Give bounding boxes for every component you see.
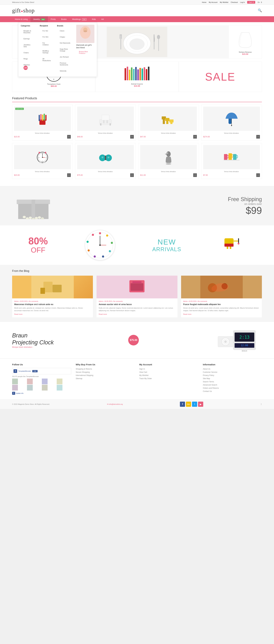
account-my-wishlist[interactable]: My Wishlist xyxy=(139,374,198,376)
info-about-us[interactable]: About Us xyxy=(203,368,262,370)
products-grid-row2: 12 3 6 9 Versus Ierta stresalue. $23.00 … xyxy=(12,143,262,179)
cart-button[interactable]: Cart: 0 xyxy=(247,1,255,4)
language-selector[interactable]: En xyxy=(258,1,260,3)
nav-item-home-living[interactable]: Home & Living xyxy=(12,16,30,22)
scroll-to-top[interactable]: ↑ xyxy=(261,403,262,406)
product-price-4: $274.00 xyxy=(203,136,210,138)
mega-cat-bangles[interactable]: Bangles & Bracelets xyxy=(21,28,37,35)
nav-my-account[interactable]: My Account xyxy=(209,1,217,3)
account-track-order[interactable]: Track My Order xyxy=(139,378,198,380)
nav-checkout[interactable]: Checkout xyxy=(231,1,238,3)
add-cart-4[interactable]: + xyxy=(256,135,260,138)
add-cart-1[interactable]: + xyxy=(67,135,71,138)
blog-title-2: Aenean auctor wisi et urna lacus xyxy=(99,303,175,306)
product-label-7: Versus Ierta stresalue. xyxy=(140,171,197,172)
mega-brand-clogau[interactable]: Clogau xyxy=(57,34,73,40)
svg-point-94 xyxy=(238,243,240,244)
mega-cat-earrings[interactable]: Earrings xyxy=(21,36,37,42)
nav-item-weddings[interactable]: Weddings Sale xyxy=(69,16,89,22)
blog-post-2: Admin • 18.05.2015 • No comments Aenean … xyxy=(97,276,177,317)
account-sign-in[interactable]: Sign In xyxy=(139,368,198,370)
mega-brand-clizen[interactable]: Clizen xyxy=(57,28,73,34)
mega-col-recipient: Recipient For Her For Him For Children M… xyxy=(40,25,54,74)
currency-selector[interactable]: $ xyxy=(261,1,262,3)
why-sitemap[interactable]: Sitemap xyxy=(76,378,135,380)
add-cart-6[interactable]: + xyxy=(130,173,134,177)
blog-post-3: Admin • 18.05.2015 • No comments Fusce f… xyxy=(181,276,262,317)
mega-browse-link[interactable]: Browse More Products › xyxy=(76,49,94,56)
blog-excerpt-2: Nulla orci est, placerat magna. Donec eu… xyxy=(99,307,175,312)
logo[interactable]: gift❤shop xyxy=(12,7,35,14)
thumb-4 xyxy=(57,378,62,384)
read-more-3[interactable]: Read more xyxy=(183,313,191,315)
welcome-text: Welcome to Our Online Store! xyxy=(12,1,34,3)
mega-brand-hugo-boss[interactable]: Hugo Boss Orange xyxy=(57,46,73,54)
mega-brand-precious[interactable]: Precious Sentiments xyxy=(57,60,73,68)
svg-rect-24 xyxy=(44,114,45,120)
nav-home[interactable]: Home xyxy=(202,1,206,3)
info-site-map[interactable]: Site Map xyxy=(203,378,262,380)
nav-item-jewelry[interactable]: Jewelry New xyxy=(30,16,48,22)
product-price-8: $7.00 xyxy=(203,174,208,176)
svg-rect-25 xyxy=(45,115,46,121)
info-orders-returns[interactable]: Orders and Returns xyxy=(203,387,262,389)
add-cart-2[interactable]: + xyxy=(130,135,134,138)
mega-brand-hot-diamonds[interactable]: Hot Diamonds xyxy=(57,40,73,46)
info-search-terms[interactable]: Search Terms xyxy=(203,381,262,383)
add-cart-7[interactable]: + xyxy=(193,173,197,177)
mega-rec-him[interactable]: For Him xyxy=(40,34,54,40)
svg-point-81 xyxy=(94,256,96,258)
footer-thumbnails xyxy=(12,378,71,390)
mega-rec-her[interactable]: For Her xyxy=(40,28,54,34)
svg-text:2:13: 2:13 xyxy=(239,335,250,340)
social-twitter[interactable]: t xyxy=(192,402,197,407)
info-customer-service[interactable]: Customer Service xyxy=(203,371,262,373)
mega-brand-jon-richard[interactable]: Jon Richard xyxy=(57,54,73,60)
svg-rect-12 xyxy=(120,34,121,50)
footer-email: ✉ info@demolink.org xyxy=(107,403,123,405)
info-privacy-policy[interactable]: Privacy Policy xyxy=(203,374,262,376)
svg-rect-14 xyxy=(121,34,122,39)
mega-cat-jewellery-sets[interactable]: Jewellery Sets xyxy=(21,42,37,49)
nav-log-in[interactable]: Log In xyxy=(240,1,245,3)
svg-point-60 xyxy=(167,153,168,154)
why-international-shipping[interactable]: International Shipping xyxy=(76,374,135,376)
mega-cat-rings[interactable]: Rings xyxy=(21,56,37,62)
hero-right-product: Nertpoe Berpoua $15.50 xyxy=(229,25,262,58)
email-icon: ✉ xyxy=(107,403,108,405)
nav-item-books[interactable]: Books xyxy=(58,16,69,22)
fb-like-btn[interactable]: Like xyxy=(32,370,37,372)
mega-cat-watches[interactable]: Watches -25% xyxy=(21,62,37,72)
product-price-row-8: $7.00 + xyxy=(203,173,260,177)
nav-my-wishlist[interactable]: My Wishlist xyxy=(220,1,228,3)
svg-rect-22 xyxy=(40,114,41,120)
why-shopping-returns[interactable]: Shopping & Returns xyxy=(76,368,135,370)
mega-cat-chains[interactable]: Chains xyxy=(21,50,37,56)
nav-item-prints[interactable]: Prints xyxy=(48,16,58,22)
account-view-cart[interactable]: View Cart xyxy=(139,371,198,373)
info-advanced-search[interactable]: Advanced Search xyxy=(203,384,262,386)
mega-rec-reductions[interactable]: All Reductions xyxy=(40,56,54,63)
nav-item-art[interactable]: Art xyxy=(99,16,107,22)
add-cart-3[interactable]: + xyxy=(193,135,197,138)
why-secure-shopping[interactable]: Secure Shopping xyxy=(76,371,135,373)
braun-subtitle-link[interactable]: Morque lorem stremalue › xyxy=(12,346,33,348)
mega-rec-multibuy[interactable]: MultiBuy Savings xyxy=(40,48,54,56)
social-google[interactable]: G+ xyxy=(186,402,191,407)
read-more-1[interactable]: Read more xyxy=(14,313,22,315)
info-contact-us[interactable]: Contact Us xyxy=(203,390,262,392)
product-card-6: Versus Ierta stresalue. $75.00 + xyxy=(75,143,136,179)
social-facebook[interactable]: f xyxy=(180,402,185,407)
add-cart-8[interactable]: + xyxy=(256,173,260,177)
mega-rec-children[interactable]: For Children xyxy=(40,40,54,48)
blog-grid: Admin • 18.05.2015 • No comments Maecena… xyxy=(12,276,262,317)
search-icon[interactable]: 🔍 xyxy=(258,8,262,12)
read-more-2[interactable]: Read more xyxy=(99,313,107,315)
nav-item-kids[interactable]: Kids xyxy=(89,16,99,22)
top-bar: Welcome to Our Online Store! Home My Acc… xyxy=(0,0,274,5)
information-title: Information xyxy=(203,363,262,366)
social-youtube[interactable]: ▶ xyxy=(198,402,203,407)
mega-brand-sekonda[interactable]: Sekonda xyxy=(57,68,73,74)
add-cart-5[interactable]: + xyxy=(67,173,71,177)
product-price-3: $47.00 xyxy=(140,136,146,138)
